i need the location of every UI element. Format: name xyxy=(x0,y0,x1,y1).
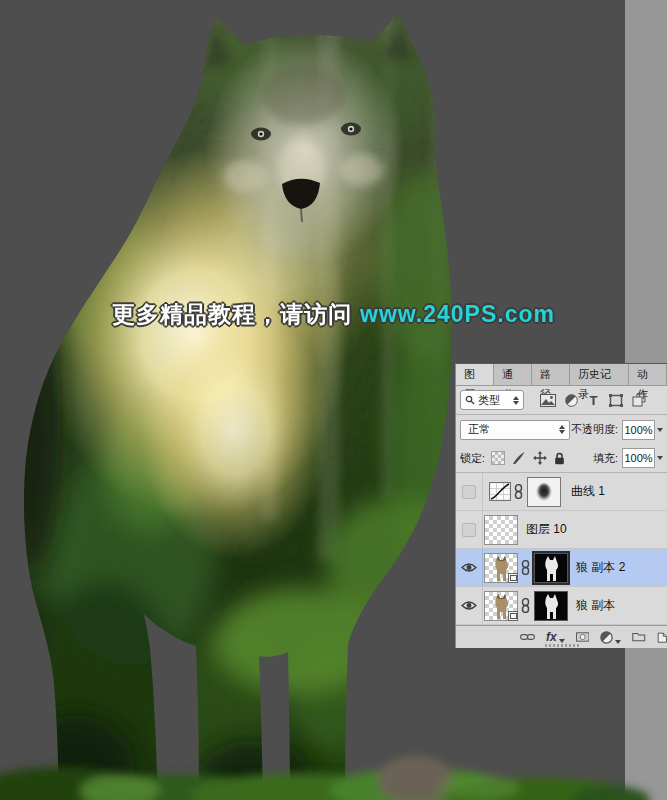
panel-tab-bar: 图层通道路径历史记录动作 xyxy=(456,364,667,386)
mask-blob xyxy=(536,483,552,501)
link-layers-icon[interactable] xyxy=(520,632,535,642)
layer-name: 狼 副本 2 xyxy=(576,559,625,576)
chevron-down-icon[interactable] xyxy=(657,456,663,460)
type-filter-icon[interactable]: T xyxy=(587,394,600,407)
layer-row[interactable]: 狼 副本 2 xyxy=(456,549,667,587)
visibility-empty-box xyxy=(462,523,476,537)
lock-all-icon[interactable] xyxy=(554,452,565,465)
visibility-cell[interactable] xyxy=(456,511,483,548)
layer-row[interactable]: 狼 副本 xyxy=(456,587,667,625)
smart-object-badge-icon xyxy=(508,573,518,583)
filter-kind-label: 类型 xyxy=(475,393,511,408)
visibility-cell[interactable] xyxy=(456,549,483,586)
opacity-field[interactable]: 100% xyxy=(622,420,655,440)
layer-thumbnail[interactable] xyxy=(484,515,518,545)
panel-tab[interactable]: 历史记录 xyxy=(570,364,629,385)
mask-wolf-shape xyxy=(539,592,563,620)
blend-mode-value: 正常 xyxy=(465,422,557,437)
layer-name: 曲线 1 xyxy=(571,483,605,500)
watermark: 更多精品教程，请访问www.240PS.com xyxy=(112,299,555,330)
mask-link-cell[interactable] xyxy=(518,598,532,613)
opacity-label: 不透明度: xyxy=(571,422,618,437)
mask-thumbnail[interactable] xyxy=(534,591,568,621)
mask-link-cell[interactable] xyxy=(518,560,532,575)
chevron-updown-icon xyxy=(559,425,565,434)
layer-thumbnail[interactable] xyxy=(484,553,518,583)
mask-link-cell[interactable] xyxy=(511,484,525,499)
layer-style-icon[interactable]: fx xyxy=(546,631,565,643)
visibility-cell[interactable] xyxy=(456,587,483,624)
lock-bar: 锁定: 填充: 100% xyxy=(456,444,667,473)
panel-resize-grip[interactable] xyxy=(545,644,579,647)
fill-label: 填充: xyxy=(593,451,618,466)
search-icon xyxy=(465,395,475,405)
panel-tab[interactable]: 动作 xyxy=(629,364,667,385)
curves-thumbnail[interactable] xyxy=(489,482,511,501)
smart-object-filter-icon[interactable] xyxy=(632,393,646,407)
panel-tab[interactable]: 路径 xyxy=(532,364,570,385)
panel-tab[interactable]: 图层 xyxy=(456,364,494,385)
photoshop-workspace: 更多精品教程，请访问www.240PS.com 图层通道路径历史记录动作 类型 xyxy=(0,0,667,800)
layer-thumbnail[interactable] xyxy=(484,591,518,621)
watermark-text: 更多精品教程，请访问 xyxy=(112,301,352,327)
visibility-empty-box xyxy=(462,485,476,499)
layer-list: 曲线 1 xyxy=(456,473,667,625)
fx-label: fx xyxy=(546,631,557,643)
new-layer-icon[interactable] xyxy=(657,631,667,644)
lock-move-icon[interactable] xyxy=(533,451,547,465)
chevron-updown-icon xyxy=(513,396,519,405)
chain-link-icon xyxy=(521,598,530,613)
layers-panel: 图层通道路径历史记录动作 类型 xyxy=(455,363,667,648)
mask-thumbnail[interactable] xyxy=(527,477,561,507)
lock-transparent-icon[interactable] xyxy=(491,451,505,465)
watermark-url[interactable]: www.240PS.com xyxy=(360,301,555,327)
mask-thumbnail[interactable] xyxy=(534,553,568,583)
chain-link-icon xyxy=(521,560,530,575)
layer-name: 狼 副本 xyxy=(576,597,615,614)
fill-field[interactable]: 100% xyxy=(622,448,655,468)
filter-kind-dropdown[interactable]: 类型 xyxy=(460,390,524,410)
panel-tab[interactable]: 通道 xyxy=(494,364,532,385)
svg-text:T: T xyxy=(590,394,598,407)
image-filter-icon[interactable] xyxy=(540,394,556,407)
layer-name: 图层 10 xyxy=(526,521,567,538)
chain-link-icon xyxy=(514,484,523,499)
mask-wolf-shape xyxy=(539,554,563,582)
eye-icon xyxy=(461,562,477,573)
eye-icon xyxy=(461,600,477,611)
add-mask-icon[interactable] xyxy=(576,631,589,643)
blend-mode-dropdown[interactable]: 正常 xyxy=(460,420,570,440)
smart-object-badge-icon xyxy=(508,611,518,621)
lock-label: 锁定: xyxy=(460,451,485,466)
new-group-icon[interactable] xyxy=(632,631,645,643)
layer-row[interactable]: 曲线 1 xyxy=(456,473,667,511)
visibility-cell[interactable] xyxy=(456,473,483,510)
adjustment-filter-icon[interactable] xyxy=(565,394,578,407)
blend-mode-bar: 正常 不透明度: 100% xyxy=(456,415,667,444)
shape-filter-icon[interactable] xyxy=(609,394,623,407)
layer-filter-bar: 类型 T xyxy=(456,386,667,415)
chevron-down-icon xyxy=(559,639,565,643)
adjustment-layer-icon[interactable] xyxy=(600,631,621,644)
chevron-down-icon[interactable] xyxy=(657,428,663,432)
chevron-down-icon xyxy=(615,640,621,644)
lock-paint-icon[interactable] xyxy=(512,451,526,465)
layer-row[interactable]: 图层 10 xyxy=(456,511,667,549)
